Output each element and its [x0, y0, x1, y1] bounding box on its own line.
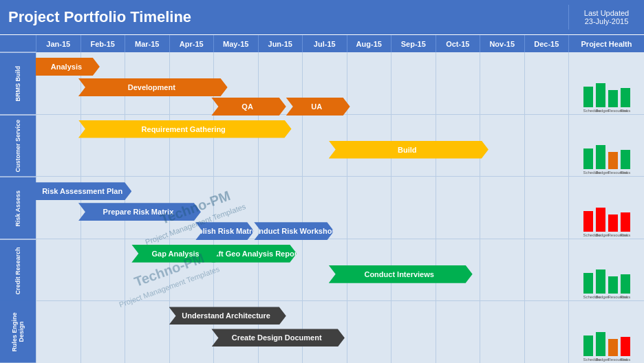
health-bar-labels: ScheduleBudgetResourcesRisks [583, 170, 630, 175]
grid-line [524, 239, 569, 301]
bar-label: Conduct Risk Workshop [254, 227, 334, 235]
grid-line [80, 301, 125, 363]
health-label: Resources [608, 170, 618, 175]
bar-label: QA [235, 102, 263, 111]
project-row-risk: Risk Assessment PlanPrepare Risk MatrixP… [36, 177, 568, 239]
row-label-credit: Credit Research [0, 239, 36, 302]
health-bar [596, 208, 605, 232]
health-area: ScheduleBudgetResourcesRisksScheduleBudg… [568, 52, 644, 363]
grid-line [524, 52, 569, 114]
health-label: Budget [596, 233, 605, 237]
health-label: Budget [596, 358, 605, 362]
health-bar [621, 88, 630, 107]
health-bar [596, 270, 605, 294]
month-cell: Nov-15 [480, 35, 524, 52]
bar-label: Conduct Interviews [357, 270, 443, 278]
health-label: Resources [608, 295, 618, 299]
grid-line [480, 52, 524, 114]
project-row-rules: Understand ArchitectureCreate Design Doc… [36, 301, 568, 363]
health-label: Risks [621, 109, 630, 113]
grid-line [391, 52, 436, 114]
row-label-brms: BRMS Build [0, 52, 36, 115]
bar-label: Draft Geo Analysis Report [211, 250, 297, 258]
grid-line [347, 301, 391, 363]
health-bar [608, 152, 618, 169]
app-container: Project Portfolio Timeline Last Updated … [0, 0, 644, 363]
grid-line [391, 301, 436, 363]
bar-label: Requirement Gathering [135, 125, 235, 133]
gantt-area: AnalysisDevelopmentQAUARequirement Gathe… [36, 52, 568, 363]
grid-line [480, 115, 524, 177]
health-label: Risks [621, 170, 630, 175]
health-label: Schedule [583, 358, 593, 362]
last-updated-date: 23-July-2015 [576, 17, 637, 25]
row-label-risk: Risk Assess [0, 177, 36, 239]
health-bar-labels: ScheduleBudgetResourcesRisks [583, 358, 630, 362]
bar-label: Risk Assessment Plan [36, 187, 131, 195]
health-bars [583, 80, 630, 107]
month-cell: Jul-15 [302, 35, 347, 52]
grid-line [524, 301, 569, 363]
row-label-header [0, 35, 36, 52]
bar-label: Analysis [44, 63, 92, 71]
grid-lines [36, 239, 568, 301]
bar-label: Prepare Risk Matrix [96, 208, 184, 216]
health-label: Resources [608, 358, 618, 362]
grid-line [436, 52, 480, 114]
gantt-bar: Requirement Gathering [78, 120, 292, 138]
grid-line [347, 52, 391, 114]
health-label: Budget [596, 109, 605, 113]
gantt-bar: Conduct Interviews [329, 265, 473, 283]
grid-line [347, 177, 391, 239]
gantt-bar: Build [329, 141, 489, 159]
month-cell: Jan-15 [36, 35, 80, 52]
health-bars [583, 204, 630, 232]
health-bar [608, 90, 618, 107]
column-headers: Jan-15Feb-15Mar-15Apr-15May-15Jun-15Jul-… [0, 34, 644, 52]
grid-line [80, 239, 125, 301]
month-cell: Dec-15 [524, 35, 569, 52]
grid-line [524, 115, 569, 177]
health-label: Schedule [583, 170, 593, 175]
bar-label: Publish Risk Matrix [195, 227, 254, 235]
health-bars [583, 266, 630, 294]
grid-line [36, 301, 80, 363]
month-cell: Oct-15 [436, 35, 480, 52]
header: Project Portfolio Timeline Last Updated … [0, 0, 644, 34]
grid-line [480, 301, 524, 363]
health-row-credit: ScheduleBudgetResourcesRisks [569, 239, 644, 302]
grid-line [436, 301, 480, 363]
health-bars [583, 142, 630, 169]
bar-label: Development [121, 83, 185, 91]
gantt-bar: Gap Analysis [131, 245, 222, 263]
health-label: Risks [621, 233, 630, 237]
gantt-bar: Prepare Risk Matrix [78, 203, 201, 221]
month-cell: Apr-15 [169, 35, 214, 52]
grid-line [36, 239, 80, 301]
month-cell: May-15 [213, 35, 258, 52]
month-cell: Sep-15 [391, 35, 436, 52]
row-labels: BRMS BuildCustomer ServiceRisk AssessCre… [0, 52, 36, 363]
health-bar [596, 83, 605, 107]
month-cell: Aug-15 [347, 35, 391, 52]
health-row-risk: ScheduleBudgetResourcesRisks [569, 177, 644, 239]
project-health-header: Project Health [568, 35, 644, 52]
grid-line [391, 177, 436, 239]
health-bar [621, 212, 630, 232]
gantt-bar: Risk Assessment Plan [36, 182, 131, 200]
gantt-bar: Analysis [36, 58, 100, 76]
health-bar [621, 150, 630, 169]
health-bar [621, 337, 630, 356]
grid-line [480, 177, 524, 239]
health-label: Budget [596, 295, 605, 299]
health-row-brms: ScheduleBudgetResourcesRisks [569, 52, 644, 115]
health-label: Resources [608, 109, 618, 113]
bar-label: UA [304, 102, 332, 111]
month-cell: Mar-15 [125, 35, 169, 52]
health-bar [608, 214, 618, 232]
project-row-customer: Requirement GatheringBuild [36, 115, 568, 177]
last-updated: Last Updated 23-July-2015 [568, 5, 644, 30]
health-label: Risks [621, 358, 630, 362]
gantt-bar: Create Design Document [211, 329, 345, 346]
bar-label: Gap Analysis [144, 250, 208, 258]
